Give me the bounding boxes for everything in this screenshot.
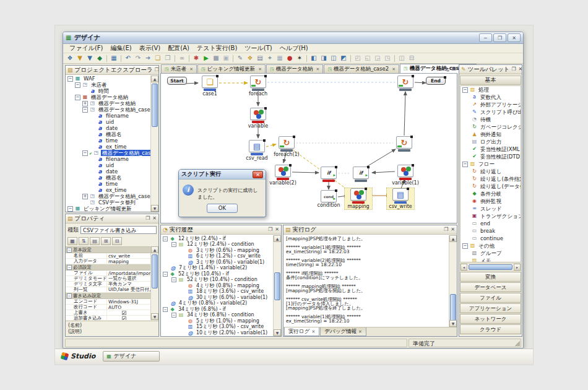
layout-single-icon[interactable]: ◩	[339, 53, 348, 63]
scroll-up-icon[interactable]: ▲	[274, 235, 281, 242]
node-end[interactable]: End	[422, 77, 449, 85]
tab-close-icon[interactable]: ✕	[311, 329, 315, 334]
scroll-thumb[interactable]	[450, 294, 456, 322]
history-scrollbar[interactable]: ▲ ▼	[273, 235, 281, 336]
scroll-thumb[interactable]	[152, 84, 158, 127]
collapse-icon[interactable]: −	[171, 313, 176, 318]
node-variable[interactable]: variable	[244, 108, 272, 129]
collapse-icon[interactable]: −	[82, 107, 88, 113]
stop-icon[interactable]: ■	[211, 53, 221, 63]
tab-list-icon[interactable]: ▣	[451, 66, 456, 71]
editor-tab[interactable]: ◳機器データ格納✕	[266, 64, 323, 73]
tree-item[interactable]: afilename	[66, 113, 150, 119]
float-panel-icon[interactable]: ❐	[268, 227, 272, 232]
palette-item[interactable]: ◆条件分岐	[460, 190, 521, 197]
cut-icon[interactable]: ➜	[143, 53, 153, 63]
properties-scrollbar[interactable]: ▲ ▼	[150, 246, 158, 320]
bug-icon[interactable]: ✶	[295, 53, 305, 63]
run-icon[interactable]: ▶	[201, 53, 211, 63]
align-bottom-icon[interactable]: ◳	[383, 53, 392, 63]
close-panel-icon[interactable]: ✕	[275, 227, 279, 232]
palette-item[interactable]: ↻繰り返し	[460, 168, 521, 175]
palette-item[interactable]: ✎スクリプト呼び出し	[460, 108, 521, 116]
palette-item[interactable]: ↗外部アプリケーション起動	[460, 101, 521, 108]
close-panel-icon[interactable]: ✕	[451, 227, 455, 232]
tree-item[interactable]: adate	[66, 168, 150, 175]
tree-item[interactable]: ◍30ミリ秒 (6.0%) - variable(1)	[161, 295, 273, 301]
tree-item[interactable]: ▥15ミリ秒 (3.0%) - csv_write	[161, 324, 273, 331]
palette-item[interactable]: ◉例外監視	[460, 197, 521, 205]
save-icon[interactable]: ▦	[109, 53, 119, 63]
scroll-up-icon[interactable]: ▲	[151, 76, 158, 82]
palette-category-button[interactable]: 変換	[460, 272, 521, 282]
collapse-icon[interactable]: −	[75, 82, 80, 88]
node-condition[interactable]: cond▸condition	[315, 190, 342, 208]
expand-icon[interactable]: +	[82, 101, 88, 106]
node-csv_write[interactable]: ▤csv_write	[387, 188, 414, 209]
tab-scroll-right-icon[interactable]: ▸	[446, 66, 449, 71]
palette-category-button[interactable]: ファイル	[460, 293, 521, 303]
collapse-icon[interactable]: −	[67, 293, 72, 298]
tree-item[interactable]: −▤34ミリ秒 (6.8%) - condition	[161, 313, 273, 319]
checkbox[interactable]: ✔	[122, 316, 126, 321]
layout-vertical-icon[interactable]: ◨	[319, 53, 329, 63]
tree-item[interactable]: ◍7ミリ秒 (1.4%) - variable(2)	[161, 266, 273, 272]
align-top-icon[interactable]: ◱	[363, 53, 373, 63]
close-button[interactable]: ✕	[508, 33, 521, 42]
palette-item[interactable]: ↻繰り返し(条件指定)	[460, 175, 521, 183]
property-tool-icon-2[interactable]: ▤	[90, 237, 100, 245]
float-panel-icon[interactable]: ❐	[145, 216, 150, 221]
scroll-left-icon[interactable]: ◂	[460, 264, 467, 271]
tab-close-icon[interactable]: ✕	[358, 329, 362, 334]
collapse-icon[interactable]: −	[67, 248, 72, 253]
palette-item[interactable]: ✔妥当性検証(XML Schema)	[460, 145, 521, 153]
tab-debug-info[interactable]: デバッグ情報 ✕	[320, 327, 366, 336]
scroll-up-icon[interactable]: ▲	[151, 246, 158, 253]
float-panel-icon[interactable]: ❐	[511, 67, 516, 72]
node-csv_read[interactable]: ▤csv_read	[243, 140, 270, 161]
node-foreach_1[interactable]: ↻foreach(1)	[273, 136, 300, 157]
collapse-icon[interactable]: −	[163, 236, 168, 241]
palette-item[interactable]: a変数代入	[460, 93, 521, 101]
menu-item[interactable]: テスト実行(B)	[193, 44, 241, 53]
tree-item[interactable]: −▤52ミリ秒 (10.4%) - condition	[161, 277, 273, 284]
restore-button[interactable]: ❐	[493, 33, 506, 42]
scroll-down-icon[interactable]: ▼	[449, 320, 457, 327]
property-value[interactable]: csv_write	[106, 253, 150, 259]
palette-category-button[interactable]: ネットワーク	[460, 314, 521, 324]
format-icon[interactable]: ❖	[245, 53, 255, 63]
tree-item[interactable]: afilename	[66, 156, 150, 162]
tree-item[interactable]: auid	[66, 162, 150, 168]
dialog-title-bar[interactable]: スクリプト実行 ✕	[179, 170, 266, 180]
editor-tab[interactable]: ◳来店者✕	[161, 64, 197, 73]
tree-item[interactable]: ◍3ミリ秒 (0.6%) - variable(1)	[161, 259, 273, 266]
link-icon[interactable]: ∞	[177, 53, 187, 63]
checkbox[interactable]: ✔	[122, 311, 126, 315]
palette-item[interactable]: ▲例外通知	[460, 131, 521, 138]
tree-item[interactable]: +◳機器データ格納	[66, 100, 150, 106]
property-tool-icon-1[interactable]: ⇅	[79, 237, 89, 245]
property-tool-icon-3[interactable]: ⊞	[101, 237, 111, 245]
palette-item[interactable]: ▭continue	[460, 235, 521, 242]
validate-icon[interactable]: ✦	[265, 53, 275, 63]
collapse-icon[interactable]: −	[75, 95, 80, 100]
palette-group[interactable]: −▨その他	[460, 242, 521, 249]
debug-icon[interactable]: ✱	[191, 53, 201, 63]
scroll-thumb[interactable]	[274, 272, 280, 300]
tree-item[interactable]: −◳来店者	[66, 82, 150, 88]
tree-item[interactable]: atime	[66, 137, 150, 144]
palette-item[interactable]: ▭end	[460, 220, 521, 227]
collapse-icon[interactable]: −	[67, 76, 73, 82]
property-value[interactable]: ✔	[106, 310, 150, 316]
float-panel-icon[interactable]: ❐	[155, 67, 158, 72]
close-panel-icon[interactable]: ✕	[519, 67, 522, 72]
property-value[interactable]: ✔	[106, 316, 150, 321]
node-variable_2[interactable]: variable(2)	[269, 165, 296, 186]
collapse-icon[interactable]: −	[462, 87, 468, 93]
collapse-icon[interactable]: −	[163, 307, 168, 312]
collapse-icon[interactable]: −	[163, 272, 168, 277]
tab-close-icon[interactable]: ✕	[189, 67, 193, 72]
tree-item[interactable]: ▥18ミリ秒 (3.6%) - csv_write	[161, 289, 273, 295]
tree-item[interactable]: −◳機器データ格納_case2	[66, 106, 150, 113]
palette-group[interactable]: −▨処理	[460, 86, 521, 93]
